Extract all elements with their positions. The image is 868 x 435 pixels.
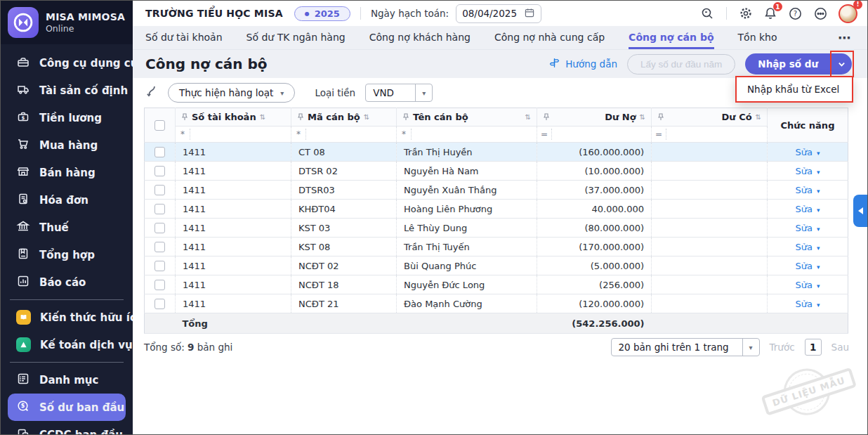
row-checkbox[interactable] — [154, 223, 165, 233]
column-header-account[interactable]: Số tài khoản⇅ — [176, 108, 291, 126]
edit-link[interactable]: Sửa▾ — [796, 299, 820, 309]
row-checkbox[interactable] — [154, 204, 165, 214]
guide-link[interactable]: Hướng dẫn — [548, 57, 617, 71]
cell-code: DTSR03 — [291, 181, 397, 200]
filter-debit[interactable]: = — [537, 126, 652, 143]
current-page-number[interactable]: 1 — [805, 339, 822, 356]
sidebar-item-ke-toan-dich-vu[interactable]: Kế toán dịch vụ — [1, 331, 133, 358]
tab-ton-kho[interactable]: Tồn kho — [738, 26, 777, 49]
sidebar-item-hoa-don[interactable]: Hóa đơn — [1, 186, 133, 214]
more-options-icon[interactable] — [813, 6, 828, 21]
row-checkbox[interactable] — [154, 147, 165, 157]
filter-input[interactable] — [551, 129, 651, 139]
prev-page-button[interactable]: Trước — [770, 342, 795, 353]
get-opening-balance-button[interactable]: Lấy số dư đầu năm — [627, 54, 735, 74]
sidebar-item-cong-cu-dung-cu[interactable]: Công cụ dụng cụ — [1, 49, 133, 77]
bulk-action-dropdown[interactable]: Thực hiện hàng loạt▾ — [168, 83, 295, 103]
edit-link[interactable]: Sửa▾ — [796, 185, 820, 195]
filter-input[interactable] — [190, 129, 291, 139]
sidebar-item-tai-san-co-dinh[interactable]: Tài sản cố định — [1, 77, 133, 104]
sidebar-item-tong-hop[interactable]: Tổng hợp — [1, 241, 133, 268]
currency-select[interactable]: VND ▾ — [365, 84, 433, 102]
sidebar-item-kien-thuc-huu-ich[interactable]: Kiến thức hữu ích — [1, 304, 133, 331]
filter-input[interactable] — [666, 129, 767, 139]
sidebar-item-danh-muc[interactable]: Danh mục — [1, 366, 133, 394]
edit-link[interactable]: Sửa▾ — [796, 242, 820, 252]
table-row[interactable]: 1411 NCĐT 21 Đào Mạnh Cường (120.000.000… — [145, 294, 848, 313]
collapse-panel-handle[interactable] — [853, 195, 867, 227]
row-checkbox[interactable] — [154, 280, 165, 290]
sidebar-item-ban-hang[interactable]: Bán hàng — [1, 159, 133, 186]
sidebar-menu: Công cụ dụng cụ Tài sản cố định $ Tiền l… — [1, 44, 133, 435]
sidebar-item-ccdc-ban-dau[interactable]: CCDC ban đầu — [1, 421, 133, 435]
sidebar-item-label: Hóa đơn — [39, 194, 88, 207]
top-header: TRƯỜNG TIỂU HỌC MISA ●2025 Ngày hạch toá… — [133, 1, 867, 26]
fiscal-year-badge[interactable]: ●2025 — [294, 6, 350, 21]
table-row[interactable]: 1411 NCĐT 18 Nguyễn Đức Long (256.000) S… — [145, 275, 848, 294]
column-header-debit[interactable]: Dư Nợ⇅ — [537, 108, 652, 126]
table-row[interactable]: 1411 KHĐT04 Hoàng Liên Phương 40.000.000… — [145, 200, 848, 219]
filter-credit[interactable]: = — [652, 126, 768, 143]
menu-item-import-from-excel[interactable]: Nhập khẩu từ Excel — [735, 76, 853, 103]
row-checkbox[interactable] — [154, 166, 165, 176]
tab-cong-no-can-bo[interactable]: Công nợ cán bộ — [629, 26, 714, 49]
user-avatar[interactable]: ! — [839, 4, 857, 23]
filter-input[interactable] — [305, 129, 396, 139]
table-row[interactable]: 1411 NCĐT 02 Bùi Quang Phúc (5.000.000) … — [145, 257, 848, 275]
filter-code[interactable]: * — [291, 126, 397, 143]
row-checkbox[interactable] — [154, 261, 165, 271]
sidebar-item-so-du-ban-dau[interactable]: $ Số dư ban đầu — [8, 394, 126, 421]
sidebar-item-label: Danh mục — [39, 374, 98, 387]
tab-cong-no-khach-hang[interactable]: Công nợ khách hàng — [369, 26, 471, 49]
table-row[interactable]: 1411 CT 08 Trần Thị Huyền (160.000.000) … — [145, 143, 848, 162]
logo-block[interactable]: MISA MIMOSA Online — [1, 1, 133, 44]
search-icon[interactable] — [700, 6, 714, 20]
column-header-name[interactable]: Tên cán bộ⇅ — [397, 108, 537, 126]
table-row[interactable]: 1411 KST 03 Lê Thùy Dung (80.000.000) Sử… — [145, 219, 848, 238]
table-row[interactable]: 1411 DTSR 02 Nguyễn Hà Nam (10.000.000) … — [145, 162, 848, 181]
posting-date-input[interactable]: 08/04/2025 — [456, 4, 541, 23]
service-icon — [16, 337, 31, 352]
tab-so-du-tai-khoan[interactable]: Số dư tài khoản — [145, 26, 223, 49]
filter-input[interactable] — [411, 129, 537, 139]
select-all-checkbox[interactable] — [154, 120, 165, 131]
edit-link[interactable]: Sửa▾ — [796, 223, 820, 233]
sidebar-item-bao-cao[interactable]: Báo cáo — [1, 268, 133, 296]
edit-link[interactable]: Sửa▾ — [796, 204, 820, 214]
next-page-button[interactable]: Sau — [831, 342, 849, 353]
edit-link[interactable]: Sửa▾ — [796, 261, 820, 271]
import-balance-button[interactable]: Nhập số dư — [745, 53, 831, 74]
row-checkbox[interactable] — [154, 185, 165, 195]
sidebar-item-thue[interactable]: Thuế — [1, 214, 133, 241]
import-balance-dropdown-toggle[interactable] — [831, 53, 852, 74]
column-header-credit[interactable]: Dư Có⇅ — [652, 108, 768, 126]
posting-date-label: Ngày hạch toán: — [371, 8, 449, 19]
cell-credit — [652, 257, 768, 275]
chevron-down-icon: ▾ — [817, 301, 820, 309]
row-checkbox[interactable] — [154, 299, 165, 309]
column-header-code[interactable]: Mã cán bộ⇅ — [291, 108, 397, 126]
sidebar-item-tien-luong[interactable]: $ Tiền lương — [1, 104, 133, 131]
cart-icon — [16, 137, 30, 154]
drilldown-arrow-icon[interactable] — [144, 84, 158, 101]
balance-table: Số tài khoản⇅ Mã cán bộ⇅ Tên cán bộ⇅ Dư … — [144, 108, 848, 334]
filter-account[interactable]: * — [176, 126, 291, 143]
edit-link[interactable]: Sửa▾ — [796, 147, 820, 157]
bell-icon[interactable]: 1 — [763, 6, 777, 20]
page-size-select[interactable]: 20 bản ghi trên 1 trang ▾ — [611, 338, 760, 356]
filter-name[interactable]: * — [397, 126, 537, 143]
row-checkbox[interactable] — [154, 242, 165, 252]
tab-so-du-tk-ngan-hang[interactable]: Số dư TK ngân hàng — [246, 26, 346, 49]
sidebar-item-mua-hang[interactable]: Mua hàng — [1, 131, 133, 159]
help-icon[interactable]: ? — [788, 6, 803, 21]
table-row[interactable]: 1411 KST 08 Trần Thị Tuyến (170.000.000)… — [145, 238, 848, 257]
table-row[interactable]: 1411 DTSR03 Nguyễn Xuân Thắng (37.000.00… — [145, 181, 848, 200]
pagination: 20 bản ghi trên 1 trang ▾ Trước 1 Sau — [611, 338, 849, 356]
cell-debit: (80.000.000) — [537, 219, 652, 238]
edit-link[interactable]: Sửa▾ — [796, 166, 820, 176]
tab-cong-no-nha-cung-cap[interactable]: Công nợ nhà cung cấp — [494, 26, 605, 49]
edit-link[interactable]: Sửa▾ — [796, 280, 820, 290]
gear-icon[interactable] — [739, 6, 753, 20]
tabs-overflow-icon[interactable]: ⋯ — [838, 26, 850, 49]
calendar-icon[interactable] — [524, 7, 535, 20]
